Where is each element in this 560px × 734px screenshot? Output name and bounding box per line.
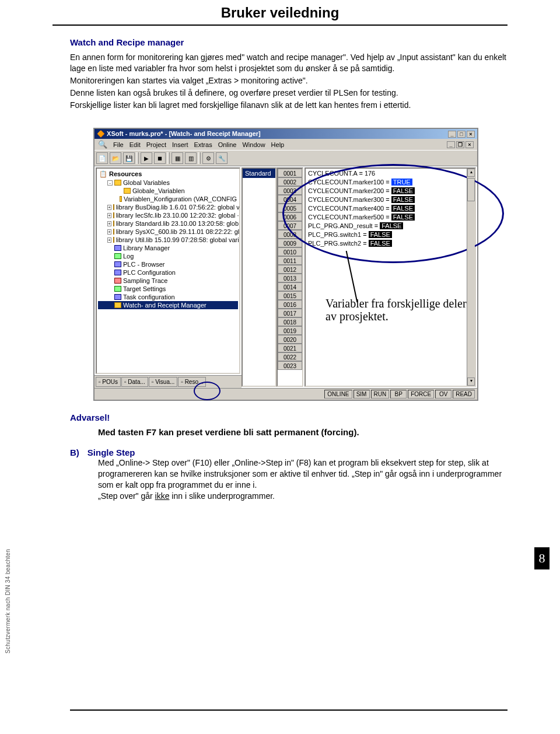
expand-icon[interactable]: + xyxy=(107,229,111,235)
menu-edit[interactable]: Edit xyxy=(130,141,141,148)
maximize-button[interactable]: □ xyxy=(457,131,466,138)
row-number[interactable]: 0006 xyxy=(278,212,302,221)
watch-standard[interactable]: Standard xyxy=(243,169,275,178)
tree-item[interactable]: PLC - Browser xyxy=(98,260,238,268)
resources-pane[interactable]: 📋 Resources -Global VariablesGlobale_Var… xyxy=(96,167,240,374)
tree-item[interactable]: Watch- and Receipt Manager xyxy=(98,301,238,309)
tree-label: PLC Configuration xyxy=(123,269,176,276)
tree-item[interactable]: Globale_Variablen xyxy=(98,187,238,195)
tree-item[interactable]: +library Util.lib 15.10.99 07:28:58: glo… xyxy=(98,236,238,244)
menu-insert[interactable]: Insert xyxy=(172,141,188,148)
row-number[interactable]: 0021 xyxy=(278,344,302,352)
scrollbar[interactable]: ▴ ▾ xyxy=(467,169,475,386)
row-number[interactable]: 0001 xyxy=(278,169,302,177)
tree-item[interactable]: +library IecSfc.lib 23.10.00 12:20:32: g… xyxy=(98,211,238,219)
tb-open[interactable]: 📂 xyxy=(110,152,121,164)
tree-label: Global Variables xyxy=(123,179,170,186)
tb-d[interactable]: 🔧 xyxy=(216,152,228,164)
tree-label: Sampling Trace xyxy=(123,277,167,284)
scroll-down[interactable]: ▾ xyxy=(467,378,475,386)
row-number[interactable]: 0010 xyxy=(278,247,302,256)
menu-window[interactable]: Window xyxy=(242,141,265,148)
tab-reso[interactable]: ▫ Reso... xyxy=(178,377,206,387)
section-watch-title: Watch and Recipe manager xyxy=(70,37,508,47)
tree-item[interactable]: Sampling Trace xyxy=(98,277,238,285)
tree-item[interactable]: Task configuration xyxy=(98,293,238,301)
menu-help[interactable]: Help xyxy=(271,141,285,148)
tree-item[interactable]: Library Manager xyxy=(98,244,238,252)
row-number[interactable]: 0019 xyxy=(278,326,302,335)
row-number[interactable]: 0009 xyxy=(278,239,302,247)
row-number[interactable]: 0023 xyxy=(278,361,302,370)
mdi-minimize[interactable]: _ xyxy=(447,141,455,148)
tree-item[interactable]: -Global Variables xyxy=(98,179,238,187)
row-number[interactable]: 0005 xyxy=(278,204,302,212)
tree-item[interactable]: +library Standard.lib 23.10.00 13:20:58:… xyxy=(98,219,238,228)
values-pane[interactable]: CYCLECOUNT.A = 176CYCLECOUNT.marker100 =… xyxy=(304,167,476,387)
row-number[interactable]: 0015 xyxy=(278,291,302,300)
tb-new[interactable]: 📄 xyxy=(96,152,108,164)
row-number[interactable]: 0016 xyxy=(278,300,302,309)
tb-b[interactable]: ▥ xyxy=(185,152,197,164)
row-number[interactable]: 0013 xyxy=(278,274,302,282)
watch-value-line[interactable]: CYCLECOUNT.marker200 = FALSE xyxy=(306,186,475,195)
tree-item[interactable]: Variablen_Konfiguration (VAR_CONFIG xyxy=(98,195,238,203)
tree-label: library BusDiag.lib 1.6.01 07:56:22: glo… xyxy=(116,204,240,211)
expand-icon[interactable]: - xyxy=(107,180,113,186)
tb-save[interactable]: 💾 xyxy=(123,152,135,164)
close-button[interactable]: × xyxy=(467,131,475,138)
watch-value-line[interactable]: CYCLECOUNT.marker500 = FALSE xyxy=(306,212,475,221)
tab-data[interactable]: ▫ Data... xyxy=(121,377,148,387)
tb-c[interactable]: ⚙ xyxy=(202,152,214,164)
watch-list-col[interactable]: Standard xyxy=(242,167,276,387)
window-title: XSoft - murks.pro* - [Watch- and Receipt… xyxy=(107,130,261,137)
row-number[interactable]: 0012 xyxy=(278,265,302,274)
expand-icon[interactable]: + xyxy=(107,205,111,210)
tab-visua[interactable]: ▫ Visua... xyxy=(149,377,178,387)
row-number[interactable]: 0022 xyxy=(278,352,302,361)
scroll-up[interactable]: ▴ xyxy=(467,169,475,177)
titlebar[interactable]: 🔶 XSoft - murks.pro* - [Watch- and Recei… xyxy=(94,129,477,139)
tb-stop[interactable]: ⏹ xyxy=(154,152,166,164)
tree-item[interactable]: +library SysXC_600.lib 29.11.01 08:22:22… xyxy=(98,228,238,236)
menu-online[interactable]: Online xyxy=(218,141,237,148)
tree-item[interactable]: +library BusDiag.lib 1.6.01 07:56:22: gl… xyxy=(98,203,238,211)
watch-value-line[interactable]: PLC_PRG.switch2 = FALSE xyxy=(306,239,475,247)
watch-value-line[interactable]: PLC_PRG.switch1 = FALSE xyxy=(306,230,475,239)
row-number[interactable]: 0003 xyxy=(278,186,302,195)
row-number[interactable]: 0002 xyxy=(278,177,302,186)
tree-root[interactable]: 📋 Resources xyxy=(98,170,238,179)
tree-item[interactable]: PLC Configuration xyxy=(98,268,238,277)
tab-pous[interactable]: ▫ POUs xyxy=(96,377,121,387)
row-number[interactable]: 0004 xyxy=(278,195,302,204)
watch-value-line[interactable]: CYCLECOUNT.marker300 = FALSE xyxy=(306,195,475,204)
row-number[interactable]: 0008 xyxy=(278,230,302,239)
row-number[interactable]: 0017 xyxy=(278,309,302,317)
menu-file[interactable]: File xyxy=(113,141,124,148)
mdi-close[interactable]: × xyxy=(466,141,474,148)
search-icon[interactable]: 🔍 xyxy=(98,140,107,149)
row-number[interactable]: 0011 xyxy=(278,256,302,265)
expand-icon[interactable]: + xyxy=(107,213,111,218)
row-number[interactable]: 0014 xyxy=(278,282,302,291)
row-number[interactable]: 0020 xyxy=(278,335,302,344)
mdi-restore[interactable]: ❐ xyxy=(456,141,464,148)
expand-icon[interactable]: + xyxy=(107,221,111,226)
watch-value-line[interactable]: CYCLECOUNT.marker100 = TRUE xyxy=(306,177,475,186)
tb-a[interactable]: ▦ xyxy=(172,152,183,164)
resource-tree[interactable]: 📋 Resources -Global VariablesGlobale_Var… xyxy=(97,169,239,310)
tb-run[interactable]: ▶ xyxy=(141,152,152,164)
status-cell: READ xyxy=(453,390,475,399)
tree-item[interactable]: Log xyxy=(98,252,238,260)
menu-extras[interactable]: Extras xyxy=(194,141,212,148)
tree-item[interactable]: Target Settings xyxy=(98,285,238,293)
row-number[interactable]: 0007 xyxy=(278,221,302,230)
expand-icon[interactable]: + xyxy=(107,237,111,243)
row-number[interactable]: 0018 xyxy=(278,317,302,326)
watch-value-line[interactable]: CYCLECOUNT.marker400 = FALSE xyxy=(306,204,475,212)
minimize-button[interactable]: _ xyxy=(448,131,456,138)
menu-project[interactable]: Project xyxy=(146,141,166,148)
scroll-thumb[interactable] xyxy=(467,178,475,201)
watch-value-line[interactable]: CYCLECOUNT.A = 176 xyxy=(306,169,475,177)
watch-value-line[interactable]: PLC_PRG.AND_result = FALSE xyxy=(306,221,475,230)
